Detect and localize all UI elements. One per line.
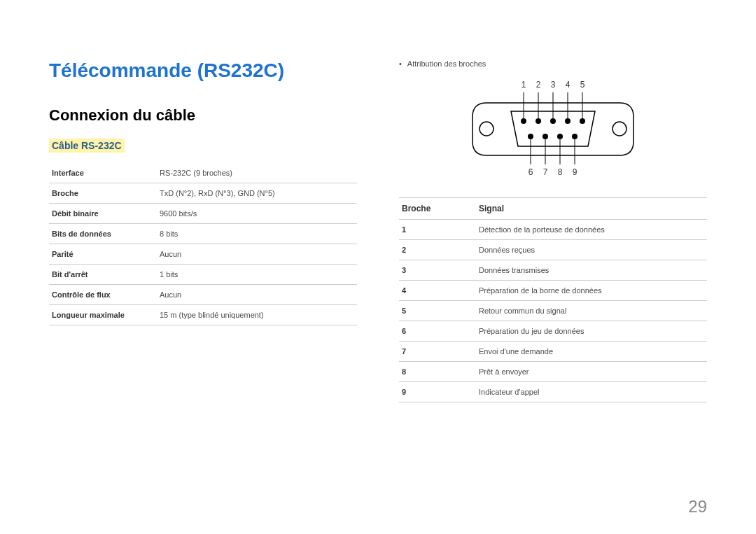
diagram-pin-label: 1 [522, 80, 526, 90]
spec-value: 15 m (type blindé uniquement) [157, 305, 357, 325]
pin-number: 3 [399, 260, 476, 281]
pin-signal: Détection de la porteuse de données [476, 220, 707, 240]
pin-number: 8 [399, 362, 476, 382]
pin-signal: Préparation du jeu de données [476, 321, 707, 342]
diagram-pin-label: 4 [566, 80, 570, 90]
spec-label: Bit d'arrêt [49, 265, 157, 285]
diagram-pin-label: 9 [573, 167, 578, 177]
svg-point-3 [536, 118, 541, 124]
bullet-attribution: Attribution des broches [399, 59, 707, 68]
spec-value: Aucun [157, 285, 357, 305]
pin-row: 7Envoi d'une demande [399, 342, 707, 362]
pin-table-header-signal: Signal [476, 198, 707, 220]
spec-label: Débit binaire [49, 204, 157, 224]
spec-row: Bits de données8 bits [49, 224, 357, 244]
pin-row: 2Données reçues [399, 240, 707, 260]
diagram-pin-label: 8 [558, 167, 563, 177]
spec-row: Bit d'arrêt1 bits [49, 265, 357, 285]
pin-row: 1Détection de la porteuse de données [399, 220, 707, 240]
pin-signal: Envoi d'une demande [476, 342, 707, 362]
pin-number: 2 [399, 240, 476, 260]
pin-row: 9Indicateur d'appel [399, 382, 707, 402]
page-number: 29 [688, 497, 707, 517]
pin-row: 3Données transmises [399, 260, 707, 281]
spec-value: TxD (N°2), RxD (N°3), GND (N°5) [157, 183, 357, 204]
spec-value: 9600 bits/s [157, 204, 357, 224]
sub-title: Câble RS-232C [49, 139, 125, 153]
spec-value: 1 bits [157, 265, 357, 285]
spec-value: Aucun [157, 244, 357, 265]
spec-row: InterfaceRS-232C (9 broches) [49, 163, 357, 183]
svg-point-6 [580, 118, 585, 124]
pin-table: Broche Signal 1Détection de la porteuse … [399, 197, 707, 402]
pin-table-header-broche: Broche [399, 198, 476, 220]
pin-row: 8Prêt à envoyer [399, 362, 707, 382]
svg-point-0 [479, 122, 493, 136]
spec-value: 8 bits [157, 224, 357, 244]
diagram-pin-label: 2 [536, 80, 541, 90]
spec-row: Débit binaire9600 bits/s [49, 204, 357, 224]
diagram-pin-label: 6 [528, 167, 533, 177]
svg-point-10 [572, 134, 578, 139]
spec-label: Longueur maximale [49, 305, 157, 325]
spec-label: Parité [49, 244, 157, 265]
spec-label: Bits de données [49, 224, 157, 244]
pin-row: 5Retour commun du signal [399, 301, 707, 321]
spec-row: Longueur maximale15 m (type blindé uniqu… [49, 305, 357, 325]
spec-value: RS-232C (9 broches) [157, 163, 357, 183]
pin-row: 4Préparation de la borne de données [399, 281, 707, 301]
spec-table: InterfaceRS-232C (9 broches)BrocheTxD (N… [49, 163, 357, 325]
main-title: Télécommande (RS232C) [49, 59, 357, 82]
diagram-pin-label: 7 [543, 167, 548, 177]
pin-number: 1 [399, 220, 476, 240]
pin-signal: Préparation de la borne de données [476, 281, 707, 301]
pin-number: 9 [399, 382, 476, 402]
spec-label: Broche [49, 183, 157, 204]
svg-point-1 [612, 122, 626, 136]
pin-number: 7 [399, 342, 476, 362]
spec-row: ParitéAucun [49, 244, 357, 265]
spec-label: Contrôle de flux [49, 285, 157, 305]
svg-point-8 [542, 134, 548, 139]
svg-point-2 [521, 118, 526, 124]
spec-label: Interface [49, 163, 157, 183]
db9-connector-diagram: 12345 6789 [462, 75, 644, 180]
diagram-pin-label: 5 [580, 80, 585, 90]
svg-point-9 [557, 134, 563, 139]
spec-row: BrocheTxD (N°2), RxD (N°3), GND (N°5) [49, 183, 357, 204]
pin-signal: Données transmises [476, 260, 707, 281]
svg-point-7 [528, 134, 533, 139]
svg-point-4 [550, 118, 556, 124]
pin-signal: Retour commun du signal [476, 301, 707, 321]
pin-signal: Données reçues [476, 240, 707, 260]
spec-row: Contrôle de fluxAucun [49, 285, 357, 305]
pin-number: 5 [399, 301, 476, 321]
pin-number: 4 [399, 281, 476, 301]
diagram-pin-label: 3 [551, 80, 556, 90]
pin-signal: Indicateur d'appel [476, 382, 707, 402]
pin-number: 6 [399, 321, 476, 342]
section-title: Connexion du câble [49, 106, 357, 125]
pin-signal: Prêt à envoyer [476, 362, 707, 382]
pin-row: 6Préparation du jeu de données [399, 321, 707, 342]
svg-point-5 [565, 118, 570, 124]
